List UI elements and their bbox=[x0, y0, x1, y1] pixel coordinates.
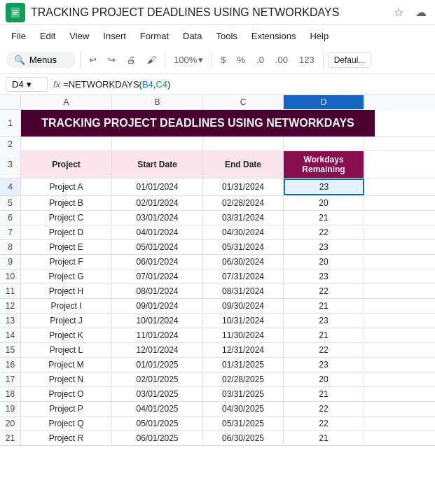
cell-start-21[interactable]: 06/01/2025 bbox=[112, 431, 203, 445]
col-header-a[interactable]: A bbox=[21, 95, 112, 110]
cell-project-14[interactable]: Project K bbox=[21, 328, 112, 342]
cell-start-19[interactable]: 04/01/2025 bbox=[112, 402, 203, 416]
cell-workdays-14[interactable]: 21 bbox=[284, 328, 364, 342]
cell-end-20[interactable]: 05/31/2025 bbox=[203, 416, 284, 430]
menu-item-data[interactable]: Data bbox=[177, 29, 207, 43]
redo-button[interactable]: ↪ bbox=[104, 52, 120, 68]
menu-item-tools[interactable]: Tools bbox=[210, 29, 242, 43]
cell-project-8[interactable]: Project E bbox=[21, 240, 112, 254]
search-box[interactable]: 🔍 Menus bbox=[6, 52, 76, 68]
percent-button[interactable]: % bbox=[233, 52, 249, 68]
cell-workdays-7[interactable]: 22 bbox=[284, 225, 364, 239]
cell-start-17[interactable]: 02/01/2025 bbox=[112, 372, 203, 386]
cell-start-9[interactable]: 06/01/2024 bbox=[112, 255, 203, 269]
row-2-b[interactable] bbox=[112, 137, 203, 151]
cell-start-8[interactable]: 05/01/2024 bbox=[112, 240, 203, 254]
cell-start-6[interactable]: 03/01/2024 bbox=[112, 211, 203, 225]
cell-start-7[interactable]: 04/01/2024 bbox=[112, 225, 203, 239]
cell-start-12[interactable]: 09/01/2024 bbox=[112, 299, 203, 313]
cell-workdays-8[interactable]: 23 bbox=[284, 240, 364, 254]
cell-end-7[interactable]: 04/30/2024 bbox=[203, 225, 284, 239]
cell-end-10[interactable]: 07/31/2024 bbox=[203, 270, 284, 284]
cell-project-16[interactable]: Project M bbox=[21, 358, 112, 372]
cell-end-19[interactable]: 04/30/2025 bbox=[203, 402, 284, 416]
cell-workdays-17[interactable]: 20 bbox=[284, 372, 364, 386]
cell-project-15[interactable]: Project L bbox=[21, 343, 112, 357]
cell-workdays-18[interactable]: 21 bbox=[284, 387, 364, 401]
cell-workdays-6[interactable]: 21 bbox=[284, 211, 364, 225]
cell-end-13[interactable]: 10/31/2024 bbox=[203, 314, 284, 328]
cell-project-19[interactable]: Project P bbox=[21, 402, 112, 416]
formula-input-bar[interactable]: fx =NETWORKDAYS(B4,C4) bbox=[53, 79, 429, 90]
cell-start-14[interactable]: 11/01/2024 bbox=[112, 328, 203, 342]
cell-project-5[interactable]: Project B bbox=[21, 196, 112, 210]
font-format-button[interactable]: Defaul... bbox=[328, 52, 372, 68]
menu-item-view[interactable]: View bbox=[64, 29, 95, 43]
cell-project-6[interactable]: Project C bbox=[21, 211, 112, 225]
cell-workdays-10[interactable]: 23 bbox=[284, 270, 364, 284]
col-header-d[interactable]: D bbox=[284, 95, 364, 110]
menu-item-format[interactable]: Format bbox=[134, 29, 174, 43]
menu-item-file[interactable]: File bbox=[6, 29, 32, 43]
cell-end-16[interactable]: 01/31/2025 bbox=[203, 358, 284, 372]
col-header-b[interactable]: B bbox=[112, 95, 203, 110]
menu-item-insert[interactable]: Insert bbox=[97, 29, 132, 43]
menu-item-edit[interactable]: Edit bbox=[34, 29, 61, 43]
cell-project-13[interactable]: Project J bbox=[21, 314, 112, 328]
cell-end-18[interactable]: 03/31/2025 bbox=[203, 387, 284, 401]
cell-start-20[interactable]: 05/01/2025 bbox=[112, 416, 203, 430]
cell-end-8[interactable]: 05/31/2024 bbox=[203, 240, 284, 254]
cell-project-4[interactable]: Project A bbox=[21, 178, 112, 195]
paint-format-button[interactable]: 🖌 bbox=[143, 52, 160, 68]
cell-project-7[interactable]: Project D bbox=[21, 225, 112, 239]
cell-workdays-19[interactable]: 22 bbox=[284, 402, 364, 416]
cell-workdays-13[interactable]: 23 bbox=[284, 314, 364, 328]
cell-start-15[interactable]: 12/01/2024 bbox=[112, 343, 203, 357]
undo-button[interactable]: ↩ bbox=[85, 52, 101, 68]
cell-start-10[interactable]: 07/01/2024 bbox=[112, 270, 203, 284]
cell-end-5[interactable]: 02/28/2024 bbox=[203, 196, 284, 210]
cell-workdays-9[interactable]: 20 bbox=[284, 255, 364, 269]
cell-project-20[interactable]: Project Q bbox=[21, 416, 112, 430]
decimal-decrease-button[interactable]: .0 bbox=[252, 52, 268, 68]
menu-item-extensions[interactable]: Extensions bbox=[246, 29, 302, 43]
star-icon[interactable]: ☆ bbox=[390, 4, 407, 21]
col-header-c[interactable]: C bbox=[203, 95, 284, 110]
num-format-button[interactable]: 123 bbox=[295, 52, 319, 68]
cell-reference-box[interactable]: D4 ▾ bbox=[6, 77, 48, 92]
cell-project-11[interactable]: Project H bbox=[21, 284, 112, 298]
cell-end-17[interactable]: 02/28/2025 bbox=[203, 372, 284, 386]
cell-end-9[interactable]: 06/30/2024 bbox=[203, 255, 284, 269]
cell-workdays-16[interactable]: 23 bbox=[284, 358, 364, 372]
row-2-a[interactable] bbox=[21, 137, 112, 151]
cell-project-17[interactable]: Project N bbox=[21, 372, 112, 386]
cell-project-12[interactable]: Project I bbox=[21, 299, 112, 313]
cell-start-4[interactable]: 01/01/2024 bbox=[112, 178, 203, 195]
cell-workdays-4[interactable]: 23 bbox=[284, 178, 364, 195]
cell-end-4[interactable]: 01/31/2024 bbox=[203, 178, 284, 195]
cell-project-10[interactable]: Project G bbox=[21, 270, 112, 284]
cell-end-12[interactable]: 09/30/2024 bbox=[203, 299, 284, 313]
cell-end-14[interactable]: 11/30/2024 bbox=[203, 328, 284, 342]
cell-end-15[interactable]: 12/31/2024 bbox=[203, 343, 284, 357]
cell-start-16[interactable]: 01/01/2025 bbox=[112, 358, 203, 372]
cell-workdays-21[interactable]: 21 bbox=[284, 431, 364, 445]
menu-item-help[interactable]: Help bbox=[304, 29, 334, 43]
cell-start-11[interactable]: 08/01/2024 bbox=[112, 284, 203, 298]
row-2-d[interactable] bbox=[284, 137, 364, 151]
cell-start-13[interactable]: 10/01/2024 bbox=[112, 314, 203, 328]
currency-button[interactable]: $ bbox=[216, 52, 230, 68]
cell-workdays-12[interactable]: 21 bbox=[284, 299, 364, 313]
cell-start-18[interactable]: 03/01/2025 bbox=[112, 387, 203, 401]
cell-project-21[interactable]: Project R bbox=[21, 431, 112, 445]
cell-end-21[interactable]: 06/30/2025 bbox=[203, 431, 284, 445]
decimal-increase-button[interactable]: .00 bbox=[271, 52, 292, 68]
cell-workdays-15[interactable]: 22 bbox=[284, 343, 364, 357]
cell-project-9[interactable]: Project F bbox=[21, 255, 112, 269]
cell-end-11[interactable]: 08/31/2024 bbox=[203, 284, 284, 298]
cell-workdays-5[interactable]: 20 bbox=[284, 196, 364, 210]
cell-workdays-11[interactable]: 22 bbox=[284, 284, 364, 298]
cell-workdays-20[interactable]: 22 bbox=[284, 416, 364, 430]
print-button[interactable]: 🖨 bbox=[123, 52, 140, 68]
cell-project-18[interactable]: Project O bbox=[21, 387, 112, 401]
